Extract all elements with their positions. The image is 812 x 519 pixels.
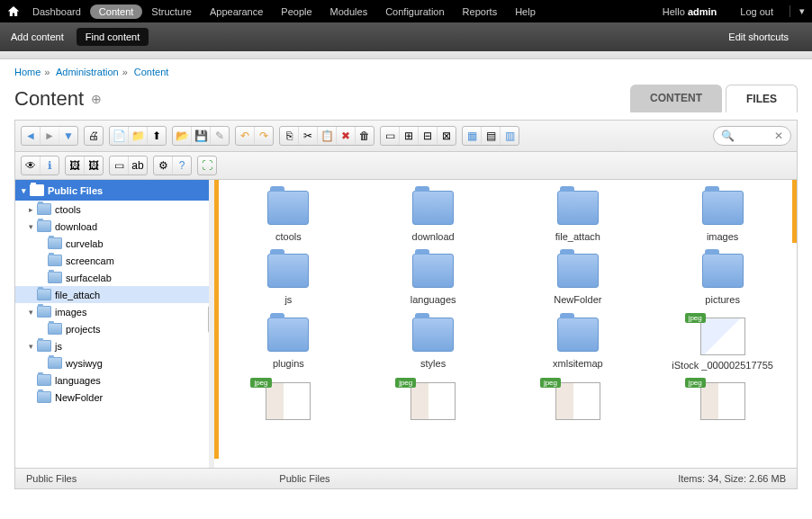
toolbar-toggle[interactable]: ▾ (789, 5, 805, 17)
jpeg-badge: jpeg (250, 378, 271, 388)
thumbnail: jpeg (555, 382, 600, 420)
tree-node[interactable]: ▸ctools (15, 201, 209, 218)
hello-text: Hello admin (663, 6, 717, 17)
redo-icon[interactable]: ↷ (255, 127, 273, 145)
search-box[interactable]: 🔍✕ (713, 126, 791, 146)
tree-node[interactable]: ▾images (15, 303, 209, 320)
jpeg-badge: jpeg (540, 378, 561, 388)
tree-node[interactable]: ▾download (15, 218, 209, 235)
file-item[interactable]: plugins (218, 314, 359, 375)
nav-modules[interactable]: Modules (321, 3, 377, 21)
nav-dashboard[interactable]: Dashboard (23, 3, 90, 21)
new-folder-icon[interactable]: 📁 (129, 127, 148, 145)
preview-icon[interactable]: 👁 (22, 157, 41, 174)
file-item[interactable]: ctools (218, 187, 359, 246)
nav-help[interactable]: Help (506, 3, 545, 21)
file-item[interactable]: js (218, 250, 359, 309)
edit-icon[interactable]: ✎ (211, 127, 229, 145)
save-icon[interactable]: 💾 (192, 127, 211, 145)
folder-icon (37, 391, 51, 403)
file-item[interactable]: jpegiStock _000002517755 (652, 314, 793, 375)
edit-shortcuts-link[interactable]: Edit shortcuts (728, 31, 789, 42)
tab-content[interactable]: CONTENT (630, 85, 722, 112)
gear-icon[interactable]: ⚙ (154, 157, 173, 174)
tree-node[interactable]: curvelab (15, 235, 209, 252)
file-item[interactable]: languages (363, 250, 504, 309)
logout-link[interactable]: Log out (731, 3, 782, 21)
back-button[interactable]: ◄ (22, 127, 41, 145)
tree-node[interactable]: wysiwyg (15, 354, 209, 371)
view-list-icon[interactable]: ▤ (482, 127, 501, 145)
select-all-icon[interactable]: ⊞ (400, 127, 419, 145)
folder-icon (48, 255, 62, 266)
status-left: Public Files (26, 473, 279, 484)
breadcrumb: Home» Administration» Content (0, 59, 812, 85)
search-icon: 🔍 (721, 130, 735, 142)
add-icon[interactable]: ⊕ (91, 92, 102, 106)
file-item[interactable]: xmlsitemap (508, 314, 649, 375)
invert-icon[interactable]: ⊠ (438, 127, 456, 145)
cut-icon[interactable]: ✂ (299, 127, 318, 145)
file-item[interactable]: download (363, 187, 504, 246)
file-item[interactable]: jpeg (508, 379, 649, 424)
print-icon[interactable]: 🖨 (85, 127, 103, 145)
up-button[interactable]: ▼ (59, 127, 77, 145)
file-item[interactable]: images (652, 187, 793, 246)
file-item[interactable]: jpeg (652, 379, 793, 424)
tree-root[interactable]: ▾Public Files (15, 180, 209, 201)
open-icon[interactable]: 📂 (173, 127, 192, 145)
new-file-icon[interactable]: 📄 (110, 127, 129, 145)
add-content-link[interactable]: Add content (11, 31, 64, 42)
file-manager: ◄►▼ 🖨 📄📁⬆ 📂💾✎ ↶↷ ⎘✂📋✖🗑 ▭⊞⊟⊠ ▦▤▥ 🔍✕ 👁ℹ 🖼🖼… (14, 120, 798, 489)
find-content-link[interactable]: Find content (77, 28, 149, 46)
nav-structure[interactable]: Structure (142, 3, 201, 21)
fwd-button[interactable]: ► (41, 127, 59, 145)
home-icon[interactable] (7, 5, 20, 18)
bc-home[interactable]: Home (14, 67, 41, 77)
file-item[interactable]: jpeg (218, 379, 359, 424)
nav-reports[interactable]: Reports (454, 3, 507, 21)
copy-icon[interactable]: ⎘ (280, 127, 299, 145)
file-item[interactable]: NewFolder (508, 250, 649, 309)
tree-node[interactable]: NewFolder (15, 389, 209, 406)
search-input[interactable] (735, 130, 774, 142)
folder-icon (412, 254, 454, 288)
tree-node[interactable]: screencam (15, 252, 209, 269)
folder-icon (37, 306, 51, 318)
folder-icon (48, 323, 62, 335)
rename-icon[interactable]: ▭ (110, 157, 129, 174)
delete-icon[interactable]: ✖ (337, 127, 356, 145)
tree-node[interactable]: surfacelab (15, 269, 209, 286)
deselect-icon[interactable]: ⊟ (419, 127, 438, 145)
expand-icon[interactable]: ⛶ (198, 157, 216, 174)
select-icon[interactable]: ▭ (381, 127, 400, 145)
nav-content[interactable]: Content (90, 4, 143, 19)
file-item[interactable]: jpeg (363, 379, 504, 424)
img2-icon[interactable]: 🖼 (85, 157, 103, 174)
bc-admin[interactable]: Administration (56, 67, 119, 77)
trash-icon[interactable]: 🗑 (356, 127, 374, 145)
view-small-icon[interactable]: ▥ (501, 127, 519, 145)
folder-icon (37, 340, 51, 352)
info-icon[interactable]: ℹ (41, 157, 59, 174)
file-item[interactable]: file_attach (508, 187, 649, 246)
nav-people[interactable]: People (272, 3, 320, 21)
tree-node[interactable]: file_attach (15, 286, 209, 303)
file-item[interactable]: pictures (652, 250, 793, 309)
field-icon[interactable]: ab (129, 157, 147, 174)
img-icon[interactable]: 🖼 (66, 157, 85, 174)
nav-appearance[interactable]: Appearance (201, 3, 272, 21)
upload-icon[interactable]: ⬆ (148, 127, 166, 145)
tab-files[interactable]: FILES (726, 85, 798, 112)
help-icon[interactable]: ? (173, 157, 191, 174)
undo-icon[interactable]: ↶ (236, 127, 255, 145)
paste-icon[interactable]: 📋 (318, 127, 337, 145)
tree-node[interactable]: projects (15, 320, 209, 337)
file-item[interactable]: styles (363, 314, 504, 375)
bc-content[interactable]: Content (134, 67, 169, 77)
clear-search-icon[interactable]: ✕ (774, 130, 783, 142)
tree-node[interactable]: languages (15, 371, 209, 389)
nav-configuration[interactable]: Configuration (376, 3, 453, 21)
view-icons-icon[interactable]: ▦ (463, 127, 482, 145)
tree-node[interactable]: ▾js (15, 337, 209, 354)
